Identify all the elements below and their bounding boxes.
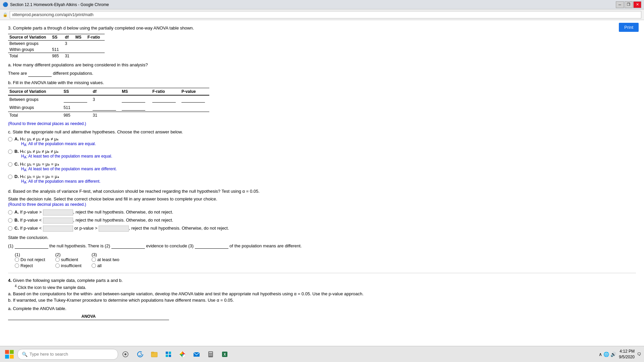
round-note-d: (Round to three decimal places as needed… xyxy=(8,202,636,207)
anova-table-q4: ANOVA xyxy=(8,313,169,320)
title-bar-left: 🔵 Section 12.1 Homework-Eliyah Atkins - … xyxy=(3,2,109,7)
between-ss-input[interactable] xyxy=(64,97,87,103)
d-c-blank2[interactable] xyxy=(99,226,129,232)
close-button[interactable]: ✕ xyxy=(633,1,641,8)
col-ms: MS xyxy=(74,34,86,41)
d-c-blank1[interactable] xyxy=(43,226,73,232)
anova-label-4: a. Complete the ANOVA table. xyxy=(8,306,636,311)
sub-option-at-least-two: at least two xyxy=(92,257,119,262)
decision-option-a-radio[interactable] xyxy=(8,210,12,215)
d-a-blank[interactable] xyxy=(43,209,73,216)
browser-icon: 🔵 xyxy=(3,2,8,7)
address-bar: 🔒 xyxy=(0,9,644,20)
sub-option-all: all xyxy=(92,263,119,268)
between-p-input[interactable] xyxy=(181,97,205,103)
option-a: A. H₀: μ₁ ≠ μ₂ ≠ μ₃ ≠ μ₄ HA: All of the … xyxy=(8,136,636,147)
address-input[interactable] xyxy=(10,11,641,18)
part-a-text: There are different populations. xyxy=(8,71,636,77)
option-d: D. H₀: μ₁ = μ₂ = μ₃ = μ₄ HA: All of the … xyxy=(8,174,636,184)
table-row: Total 985 31 xyxy=(8,112,209,119)
option-c-radio[interactable] xyxy=(8,162,12,167)
decision-option-a: A. If p-value > , reject the null hypoth… xyxy=(8,209,636,216)
decision-option-c-radio[interactable] xyxy=(8,226,12,231)
table-row: Total 985 31 xyxy=(8,53,105,59)
within-df-input[interactable] xyxy=(93,105,116,111)
option-d-radio[interactable] xyxy=(8,175,12,179)
part-b-label: b. Fill in the ANOVA table with the miss… xyxy=(8,80,636,85)
window-title: Section 12.1 Homework-Eliyah Atkins - Go… xyxy=(10,2,109,7)
do-not-reject-radio[interactable] xyxy=(15,257,19,262)
decision-rule-options: A. If p-value > , reject the null hypoth… xyxy=(8,209,636,232)
part-4a-note: a. Based on the computations for the wit… xyxy=(8,291,636,296)
question-4: 4. Given the following sample data, comp… xyxy=(8,278,636,320)
all-radio[interactable] xyxy=(92,263,96,268)
state-rule: State the decision rule. Select the corr… xyxy=(8,196,636,201)
restore-button[interactable]: ❐ xyxy=(625,1,633,8)
title-bar-controls[interactable]: ─ ❐ ✕ xyxy=(616,1,641,8)
sub-option-reject: Reject xyxy=(15,263,45,268)
reject-radio[interactable] xyxy=(15,263,19,268)
decision-option-c: C. If p-value < or p-value > , reject th… xyxy=(8,226,636,232)
minimize-button[interactable]: ─ xyxy=(616,1,624,8)
sub-option-do-not-reject: Do not reject xyxy=(15,257,45,262)
at-least-two-radio[interactable] xyxy=(92,257,96,262)
part-4b-note: b. If warranted, use the Tukey-Kramer pr… xyxy=(8,298,636,303)
within-ms-input[interactable] xyxy=(122,105,145,111)
col-source: Source of Variation xyxy=(8,34,51,41)
partial-anova-table: Source of Variation SS df MS F-ratio Bet… xyxy=(8,34,105,59)
anova-title: ANOVA xyxy=(8,313,169,320)
part-a-blank[interactable] xyxy=(28,71,52,77)
title-bar: 🔵 Section 12.1 Homework-Eliyah Atkins - … xyxy=(0,0,644,9)
sub-option-sufficient: sufficient xyxy=(55,257,82,262)
insufficient-radio[interactable] xyxy=(55,263,60,268)
option-b: B. H₀: μ₁ ≠ μ₂ ≠ μ₃ ≠ μ₄ HA: At least tw… xyxy=(8,149,636,159)
table-row: Within groups 511 xyxy=(8,47,105,53)
content-area: 3. Complete parts a through d below usin… xyxy=(0,20,644,346)
conclusion-blank3 xyxy=(195,243,228,249)
col-fratio: F-ratio xyxy=(86,34,105,41)
table-row: Within groups 511 xyxy=(8,104,209,112)
option-a-radio[interactable] xyxy=(8,137,12,141)
conclusion-line: (1) the null hypothesis. There is (2) ev… xyxy=(8,243,636,249)
d-b-blank[interactable] xyxy=(43,218,73,224)
section-divider xyxy=(8,273,636,273)
between-f-input[interactable] xyxy=(152,97,176,103)
part-c-label: c. State the appropriate null and altern… xyxy=(8,129,636,134)
print-button[interactable]: Print xyxy=(619,23,639,32)
question-4-intro: 4. Given the following sample data, comp… xyxy=(8,278,636,283)
col-ss: SS xyxy=(51,34,63,41)
option-c: C. H₀: μ₁ = μ₂ = μ₃ = μ₄ HA: At least tw… xyxy=(8,162,636,172)
table-row: Between groups 3 xyxy=(8,95,209,104)
between-ms-input[interactable] xyxy=(122,97,145,103)
conclusion-label: State the conclusion. xyxy=(8,235,636,240)
lock-icon: 🔒 xyxy=(3,12,8,17)
sub-option-insufficient: insufficient xyxy=(55,263,82,268)
click-note: 4 Click the icon to view the sample data… xyxy=(15,284,636,290)
table-row: Between groups 3 xyxy=(8,41,105,47)
decision-option-b: B. If p-value < , reject the null hypoth… xyxy=(8,218,636,224)
part-d-label: d. Based on the analysis of variance F-t… xyxy=(8,189,636,194)
sufficient-radio[interactable] xyxy=(55,257,60,262)
part-a-label: a. How many different populations are be… xyxy=(8,62,636,67)
option-b-radio[interactable] xyxy=(8,149,12,154)
round-note-b: (Round to three decimal places as needed… xyxy=(8,121,636,126)
part-d: d. Based on the analysis of variance F-t… xyxy=(8,189,636,268)
conclusion-blank1 xyxy=(15,243,48,249)
fill-anova-table: Source of Variation SS df MS F-ratio P-v… xyxy=(8,88,209,119)
col-df: df xyxy=(63,34,74,41)
decision-option-b-radio[interactable] xyxy=(8,218,12,223)
conclusion-blank2 xyxy=(111,243,145,249)
sub-options: (1) Do not reject Reject (2) xyxy=(15,252,636,268)
question-3-intro: 3. Complete parts a through d below usin… xyxy=(8,25,636,31)
